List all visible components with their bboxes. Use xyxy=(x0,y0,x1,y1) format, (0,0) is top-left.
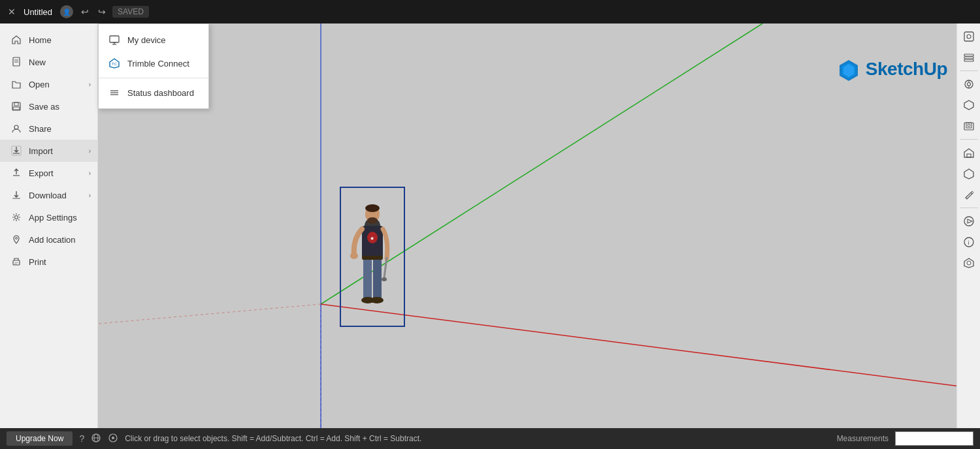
location-icon xyxy=(10,234,22,245)
settings-icon xyxy=(10,211,22,223)
menu-item-import[interactable]: Import › xyxy=(0,140,97,162)
print-icon xyxy=(10,256,22,268)
document-title: Untitled xyxy=(24,7,52,17)
svg-rect-3 xyxy=(12,102,20,110)
svg-marker-61 xyxy=(968,219,972,223)
measurements-label: Measurements xyxy=(837,434,889,443)
new-icon xyxy=(10,56,22,68)
components-button[interactable] xyxy=(960,75,978,93)
menu-label-add-location: Add location xyxy=(29,235,76,245)
menu-label-export: Export xyxy=(29,168,54,178)
svg-text:★: ★ xyxy=(370,236,374,241)
svg-rect-5 xyxy=(13,107,20,110)
svg-point-51 xyxy=(967,83,970,86)
status-text: Click or drag to select objects. Shift =… xyxy=(125,434,830,443)
dashboard-icon xyxy=(108,86,121,99)
draw-button[interactable] xyxy=(960,185,978,204)
live-components-button[interactable] xyxy=(960,254,978,272)
share-icon xyxy=(10,123,22,134)
materials-button[interactable] xyxy=(960,96,978,114)
menu-label-home: Home xyxy=(29,35,52,45)
menu-item-export[interactable]: Export › xyxy=(0,162,97,184)
photos-button[interactable] xyxy=(960,117,978,135)
svg-point-46 xyxy=(967,35,971,39)
svg-rect-4 xyxy=(14,102,18,106)
sketchup-logo-icon xyxy=(837,57,860,81)
redo-button[interactable]: ↪ xyxy=(95,4,108,20)
human-figure: ★ xyxy=(340,187,405,330)
styles-button[interactable] xyxy=(960,27,978,46)
rt-separator-1 xyxy=(960,70,978,71)
submenu-trimble-connect[interactable]: TC Trimble Connect xyxy=(99,52,208,75)
measurements-input[interactable] xyxy=(895,431,973,446)
open-icon xyxy=(10,78,22,90)
menu-item-download[interactable]: Download › xyxy=(0,184,97,206)
submenu-my-device[interactable]: My device xyxy=(99,28,208,52)
solid-inspector-button[interactable] xyxy=(960,164,978,183)
svg-point-65 xyxy=(967,261,971,265)
menu-item-add-location[interactable]: Add location xyxy=(0,228,97,251)
svg-text:TC: TC xyxy=(112,62,118,66)
main-canvas[interactable]: ★ xyxy=(98,23,980,428)
layers-button[interactable] xyxy=(960,48,978,67)
menu-label-save-as: Save as xyxy=(29,102,59,112)
saved-status: SAVED xyxy=(112,6,149,18)
animation-button[interactable] xyxy=(960,212,978,230)
menu-item-home[interactable]: Home xyxy=(0,29,97,51)
export-icon xyxy=(10,167,22,179)
svg-rect-49 xyxy=(964,59,973,61)
menu-item-share[interactable]: Share xyxy=(0,117,97,140)
menu-label-import: Import xyxy=(29,146,53,156)
help-icon[interactable]: ? xyxy=(79,433,84,444)
close-button[interactable]: ✕ xyxy=(0,0,24,23)
svg-rect-56 xyxy=(966,123,972,128)
menu-item-print[interactable]: Print xyxy=(0,251,97,273)
svg-marker-64 xyxy=(964,258,973,268)
svg-rect-14 xyxy=(110,36,119,42)
export-arrow: › xyxy=(89,170,91,177)
svg-point-9 xyxy=(15,216,18,219)
left-menu: Home New Open › Save as xyxy=(0,23,98,449)
menu-item-new[interactable]: New xyxy=(0,51,97,73)
menu-item-open[interactable]: Open › xyxy=(0,73,97,95)
import-submenu: My device TC Trimble Connect Status dash… xyxy=(98,23,209,109)
undo-button[interactable]: ↩ xyxy=(78,4,91,20)
menu-item-app-settings[interactable]: App Settings xyxy=(0,206,97,228)
svg-line-27 xyxy=(98,304,321,324)
svg-marker-59 xyxy=(964,169,973,179)
svg-point-57 xyxy=(968,124,970,127)
svg-rect-40 xyxy=(362,256,383,260)
menu-label-new: New xyxy=(29,57,46,67)
import-arrow: › xyxy=(89,147,91,155)
submenu-status-dashboard[interactable]: Status dashboard xyxy=(99,81,208,104)
save-as-icon xyxy=(10,101,22,112)
globe-icon[interactable] xyxy=(91,433,101,445)
svg-line-36 xyxy=(384,257,387,278)
submenu-label-my-device: My device xyxy=(127,35,166,45)
svg-point-10 xyxy=(16,238,18,240)
menu-item-save-as[interactable]: Save as xyxy=(0,95,97,117)
svg-point-31 xyxy=(367,217,378,224)
svg-marker-54 xyxy=(964,101,973,110)
titlebar: ✕ Untitled 👤 ↩ ↪ SAVED xyxy=(0,0,980,23)
canvas-svg xyxy=(98,23,980,428)
sketchup-logo-text: SketchUp xyxy=(866,59,947,80)
upgrade-button[interactable]: Upgrade Now xyxy=(7,431,73,446)
svg-rect-13 xyxy=(14,264,17,264)
monitor-icon xyxy=(108,33,121,46)
svg-rect-48 xyxy=(964,57,973,59)
menu-label-open: Open xyxy=(29,80,50,89)
svg-line-25 xyxy=(321,304,980,389)
user-avatar[interactable]: 👤 xyxy=(60,5,73,18)
svg-rect-39 xyxy=(373,257,382,300)
download-icon xyxy=(10,189,22,201)
svg-point-6 xyxy=(14,125,18,129)
info-button[interactable]: i xyxy=(960,233,978,251)
menu-label-app-settings: App Settings xyxy=(29,213,77,223)
svg-rect-8 xyxy=(12,198,20,199)
bottom-bar: Upgrade Now ? Click or drag to select ob… xyxy=(0,428,980,449)
warehouse-button[interactable] xyxy=(960,144,978,162)
submenu-label-status-dashboard: Status dashboard xyxy=(127,88,194,98)
svg-rect-47 xyxy=(964,54,973,56)
home-icon xyxy=(10,34,22,46)
